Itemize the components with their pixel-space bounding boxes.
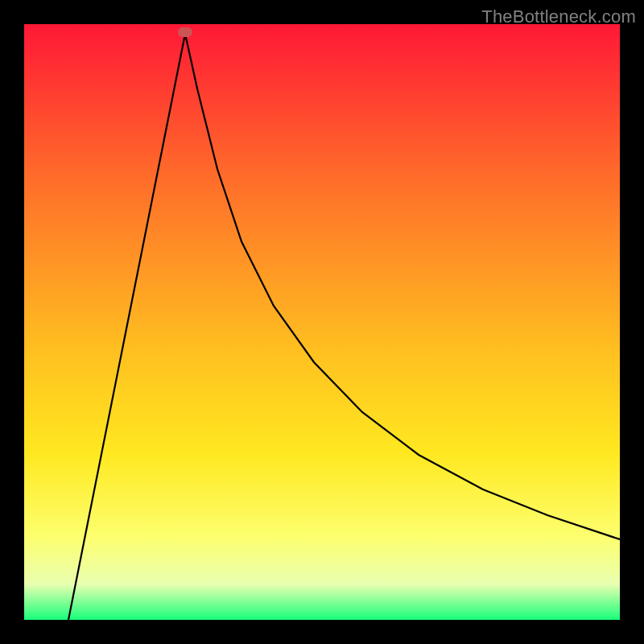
minimum-marker (178, 27, 192, 37)
plot-area (24, 24, 620, 620)
gradient-background (24, 24, 620, 620)
chart-svg (24, 24, 620, 620)
watermark-text: TheBottleneck.com (481, 6, 636, 27)
